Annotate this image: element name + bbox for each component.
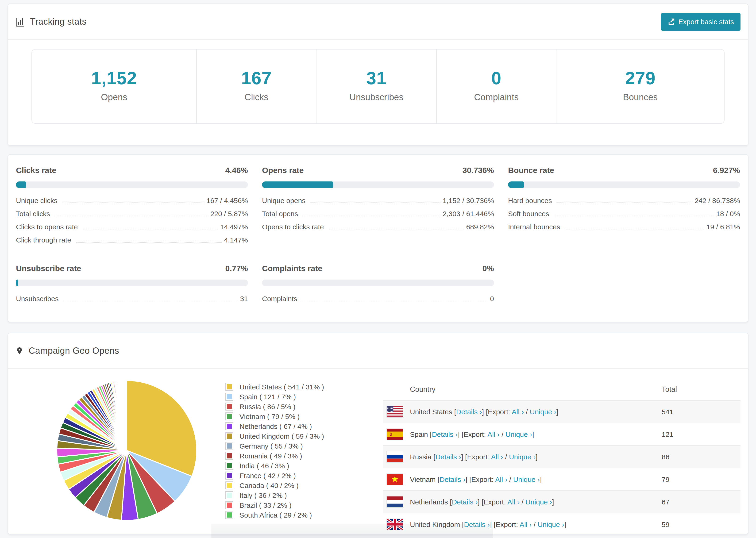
export-prefix: ] [Export: [461, 453, 491, 461]
legend-item-united-states[interactable]: United States ( 541 / 31% ) [225, 382, 383, 392]
details-link-es[interactable]: Details › [432, 430, 458, 438]
total-cell: 67 [662, 498, 740, 506]
export-prefix: ] [Export: [465, 475, 495, 483]
stat-box-opens: 1,152Opens [32, 50, 196, 123]
export-unique-link-es[interactable]: Unique › [506, 430, 532, 438]
rate-value: 6.927% [713, 166, 740, 175]
legend-swatch [225, 491, 233, 499]
stat-box-complaints: 0Complaints [436, 50, 556, 123]
rate-progress-bar [262, 182, 494, 188]
rates-card: Clicks rate4.46%Unique clicks167 / 4.456… [8, 154, 748, 322]
export-all-link-nl[interactable]: All › [507, 498, 519, 506]
rate-detail-row: Internal bounces19 / 6.81% [508, 223, 740, 236]
vn-flag-icon [387, 474, 403, 485]
legend-item-vietnam[interactable]: Vietnam ( 79 / 5% ) [225, 411, 383, 421]
legend-swatch [225, 501, 233, 509]
legend-label: Netherlands ( 67 / 4% ) [240, 422, 312, 430]
legend-item-spain[interactable]: Spain ( 121 / 7% ) [225, 392, 383, 402]
link-separator: / [524, 408, 530, 416]
rate-detail-row: Total clicks220 / 5.87% [16, 210, 248, 223]
export-all-link-vn[interactable]: All › [495, 475, 507, 483]
export-all-link-us[interactable]: All › [512, 408, 524, 416]
geo-content: United States ( 541 / 31% )Spain ( 121 /… [8, 369, 748, 534]
rate-panel-opens-rate: Opens rate30.736%Unique opens1,152 / 30.… [262, 166, 494, 249]
legend-item-india[interactable]: India ( 46 / 3% ) [225, 461, 383, 471]
rate-value: 0.77% [225, 264, 248, 273]
rate-detail-row: Complaints0 [262, 295, 494, 308]
export-prefix: ] [Export: [490, 520, 519, 528]
rate-progress-bar [262, 280, 494, 286]
legend-item-russia[interactable]: Russia ( 86 / 5% ) [225, 402, 383, 411]
legend-label: United States ( 541 / 31% ) [240, 383, 324, 391]
rate-title: Unsubscribe rate [16, 264, 81, 273]
country-name: Netherlands [ [410, 498, 452, 506]
details-link-gb[interactable]: Details › [464, 520, 490, 528]
table-row-es: Spain [Details ›] [Export: All › / Uniqu… [383, 423, 740, 445]
export-icon [668, 18, 675, 25]
legend-item-italy[interactable]: Italy ( 36 / 2% ) [225, 490, 383, 500]
geo-opens-pie-chart[interactable] [54, 378, 199, 523]
rate-title: Bounce rate [508, 166, 554, 175]
country-name: Spain [ [410, 430, 432, 438]
legend-label: Canada ( 40 / 2% ) [240, 481, 298, 489]
stat-value: 0 [437, 68, 556, 88]
bracket-close: ] [557, 408, 558, 416]
stat-box-bounces: 279Bounces [556, 50, 724, 123]
rate-title: Opens rate [262, 166, 304, 175]
rate-panel-bounce-rate: Bounce rate6.927%Hard bounces242 / 86.73… [508, 166, 740, 249]
details-link-ru[interactable]: Details › [435, 453, 461, 461]
pie-slice-other-70[interactable] [127, 381, 127, 451]
bracket-close: ] [532, 430, 534, 438]
rate-panel-unsubscribe-rate: Unsubscribe rate0.77%Unsubscribes31 [16, 264, 248, 308]
bracket-close: ] [540, 475, 542, 483]
rate-title: Complaints rate [262, 264, 322, 273]
link-separator: / [500, 430, 506, 438]
legend-swatch [225, 511, 233, 519]
country-name: United States [ [410, 408, 456, 416]
stat-label: Unsubscribes [317, 92, 436, 103]
bracket-close: ] [564, 520, 566, 528]
export-unique-link-vn[interactable]: Unique › [513, 475, 540, 483]
legend-item-netherlands[interactable]: Netherlands ( 67 / 4% ) [225, 421, 383, 431]
export-unique-link-us[interactable]: Unique › [530, 408, 556, 416]
legend-swatch [225, 442, 233, 450]
geo-opens-title: Campaign Geo Opens [28, 346, 119, 356]
legend-item-brazil[interactable]: Brazil ( 33 / 2% ) [225, 500, 383, 510]
rate-detail-row: Total opens2,303 / 61.446% [262, 210, 494, 223]
rate-progress-bar [16, 280, 248, 286]
legend-item-france[interactable]: France ( 42 / 2% ) [225, 471, 383, 480]
export-all-link-ru[interactable]: All › [491, 453, 503, 461]
table-row-us: United States [Details ›] [Export: All ›… [383, 400, 740, 423]
country-cell: Netherlands [Details ›] [Export: All › /… [410, 498, 662, 506]
export-unique-link-gb[interactable]: Unique › [538, 520, 564, 528]
legend-swatch [225, 403, 233, 410]
rate-progress-bar [508, 182, 740, 188]
legend-label: France ( 42 / 2% ) [240, 471, 296, 480]
pie-legend: United States ( 541 / 31% )Spain ( 121 /… [225, 382, 383, 520]
rate-detail-row: Unsubscribes31 [16, 295, 248, 308]
total-cell: 59 [662, 520, 740, 528]
legend-label: Germany ( 55 / 3% ) [240, 442, 303, 450]
export-basic-stats-button[interactable]: Export basic stats [661, 13, 740, 30]
legend-item-united-kingdom[interactable]: United Kingdom ( 59 / 3% ) [225, 431, 383, 441]
map-pin-icon [16, 346, 24, 355]
total-cell: 86 [662, 453, 740, 461]
country-name: Russia [ [410, 453, 435, 461]
legend-label: Italy ( 36 / 2% ) [240, 491, 287, 499]
export-all-link-gb[interactable]: All › [519, 520, 532, 528]
legend-item-germany[interactable]: Germany ( 55 / 3% ) [225, 441, 383, 451]
stat-label: Bounces [557, 92, 724, 103]
legend-item-canada[interactable]: Canada ( 40 / 2% ) [225, 480, 383, 490]
country-name: United Kingdom [ [410, 520, 464, 528]
details-link-vn[interactable]: Details › [440, 475, 465, 483]
export-unique-link-nl[interactable]: Unique › [525, 498, 552, 506]
legend-item-south-africa[interactable]: South Africa ( 29 / 2% ) [225, 510, 383, 520]
export-unique-link-ru[interactable]: Unique › [509, 453, 536, 461]
details-link-us[interactable]: Details › [456, 408, 482, 416]
export-all-link-es[interactable]: All › [487, 430, 500, 438]
rate-value: 4.46% [225, 166, 248, 175]
legend-item-romania[interactable]: Romania ( 49 / 3% ) [225, 451, 383, 461]
details-link-nl[interactable]: Details › [452, 498, 477, 506]
stat-value: 31 [317, 68, 436, 88]
nl-flag-icon [387, 497, 403, 507]
